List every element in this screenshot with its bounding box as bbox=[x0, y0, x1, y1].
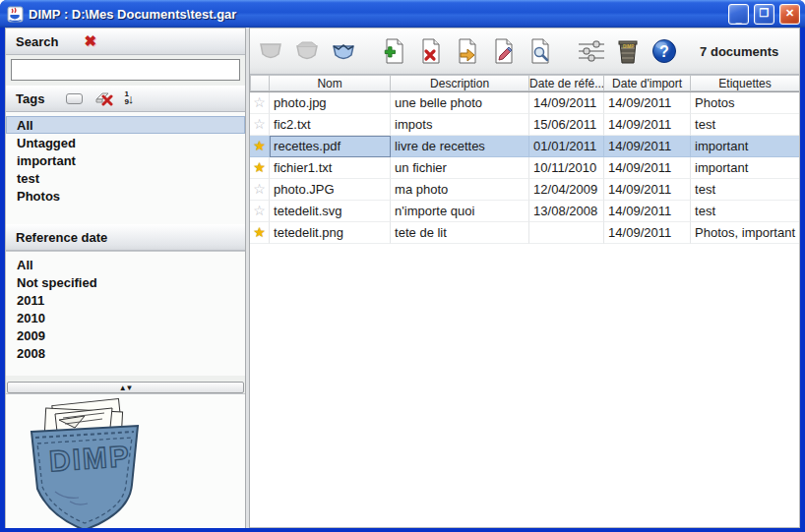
java-coffee-icon bbox=[7, 6, 24, 23]
toolbar: DIMP ? 7 documents bbox=[250, 29, 799, 75]
refdate-item-2009[interactable]: 2009 bbox=[6, 326, 245, 344]
clear-search-icon[interactable]: ✖ bbox=[84, 32, 96, 50]
tags-label: Tags bbox=[16, 91, 44, 106]
cell-date-import: 14/09/2011 bbox=[604, 157, 691, 179]
cell-date-import: 14/09/2011 bbox=[604, 222, 691, 244]
cell-name: recettes.pdf bbox=[270, 136, 391, 157]
cell-name: photo.JPG bbox=[270, 179, 391, 201]
documents-table: Nom Description Date de réfé... Date d'i… bbox=[250, 75, 799, 527]
cell-date-import: 14/09/2011 bbox=[604, 92, 691, 114]
reference-date-list: All Not specified 2011 2010 2009 2008 bbox=[6, 251, 245, 376]
cell-date-import: 14/09/2011 bbox=[604, 201, 691, 222]
cell-date-import: 14/09/2011 bbox=[604, 136, 691, 157]
svg-text:DIMP: DIMP bbox=[48, 440, 132, 478]
star-icon[interactable]: ☆ bbox=[250, 179, 270, 201]
clear-tags-eraser-icon[interactable] bbox=[94, 90, 114, 106]
splitter-arrows-icon: ▲▼ bbox=[119, 384, 133, 392]
cell-name: fichier1.txt bbox=[270, 157, 391, 179]
star-icon[interactable]: ★ bbox=[250, 222, 270, 244]
cell-description: une belle photo bbox=[391, 92, 529, 114]
star-icon[interactable]: ☆ bbox=[250, 114, 270, 136]
cell-tags: test bbox=[691, 179, 799, 201]
edit-document-icon[interactable] bbox=[489, 35, 519, 67]
search-input[interactable] bbox=[11, 59, 240, 81]
export-document-icon[interactable] bbox=[453, 35, 482, 67]
cell-name: photo.jpg bbox=[270, 92, 391, 114]
star-icon[interactable]: ☆ bbox=[250, 201, 270, 222]
search-label: Search bbox=[16, 34, 58, 49]
delete-document-icon[interactable] bbox=[416, 35, 446, 67]
cell-name: fic2.txt bbox=[270, 114, 391, 136]
star-icon[interactable]: ☆ bbox=[250, 92, 270, 114]
search-section-header: Search ✖ bbox=[6, 29, 245, 55]
refdate-item-2008[interactable]: 2008 bbox=[6, 344, 245, 362]
star-icon[interactable]: ★ bbox=[250, 157, 270, 179]
tag-item-test[interactable]: test bbox=[6, 169, 245, 187]
tags-section-header: Tags 1 9 ↓ bbox=[6, 86, 245, 112]
cell-tags: important bbox=[691, 157, 799, 179]
sidebar-splitter-handle[interactable]: ▲▼ bbox=[7, 382, 244, 393]
sort-numeric-icon[interactable]: 1 9 ↓ bbox=[124, 90, 134, 106]
tag-item-important[interactable]: important bbox=[6, 151, 245, 169]
cell-description: un fichier bbox=[391, 157, 529, 179]
column-header-star[interactable] bbox=[250, 75, 270, 91]
cell-description: n'importe quoi bbox=[391, 201, 529, 222]
tag-item-photos[interactable]: Photos bbox=[6, 187, 245, 205]
maximize-button[interactable]: ❒ bbox=[754, 4, 774, 25]
table-empty-area bbox=[250, 244, 799, 527]
cell-date-reference: 14/09/2011 bbox=[529, 92, 604, 114]
column-header-etiquettes[interactable]: Etiquettes bbox=[691, 75, 799, 91]
table-row[interactable]: ☆ fic2.txt impots 15/06/2011 14/09/2011 … bbox=[250, 114, 799, 136]
refdate-item-not-specified[interactable]: Not specified bbox=[6, 273, 245, 291]
cell-date-reference: 01/01/2011 bbox=[529, 136, 604, 157]
add-document-icon[interactable] bbox=[380, 35, 409, 67]
tag-toggle-button[interactable] bbox=[66, 93, 83, 104]
table-header: Nom Description Date de réfé... Date d'i… bbox=[250, 75, 799, 92]
close-button[interactable]: ✕ bbox=[779, 4, 800, 25]
cell-date-reference: 13/08/2008 bbox=[529, 201, 604, 222]
cell-tags: Photos, important bbox=[691, 222, 799, 244]
window-title: DIMP : D:\Mes Documents\test.gar bbox=[29, 7, 723, 22]
cell-date-reference: 10/11/2010 bbox=[529, 157, 604, 179]
column-header-description[interactable]: Description bbox=[391, 75, 529, 91]
minimize-button[interactable]: _ bbox=[728, 4, 749, 25]
window-content: Search ✖ Tags 1 bbox=[5, 28, 800, 528]
trash-basket-icon[interactable]: DIMP bbox=[613, 35, 643, 67]
cell-date-reference: 12/04/2009 bbox=[529, 179, 604, 201]
help-icon[interactable]: ? bbox=[650, 35, 679, 67]
table-row[interactable]: ☆ photo.jpg une belle photo 14/09/2011 1… bbox=[250, 92, 799, 114]
table-row[interactable]: ★ tetedelit.png tete de lit 14/09/2011 P… bbox=[250, 222, 799, 244]
title-bar[interactable]: DIMP : D:\Mes Documents\test.gar _ ❒ ✕ bbox=[0, 0, 805, 28]
dimp-pocket-logo: DIMP bbox=[16, 398, 158, 528]
view-document-icon[interactable] bbox=[526, 35, 555, 67]
document-count: 7 documents bbox=[700, 44, 778, 59]
column-header-date-reference[interactable]: Date de réfé... bbox=[529, 75, 604, 91]
tags-list: All Untagged important test Photos bbox=[6, 112, 245, 224]
filter-sliders-icon[interactable] bbox=[577, 35, 606, 67]
reference-date-section-header: Reference date bbox=[6, 224, 245, 251]
logo-panel: DIMP bbox=[6, 393, 245, 528]
reference-date-label: Reference date bbox=[16, 230, 107, 245]
column-header-nom[interactable]: Nom bbox=[270, 75, 391, 91]
cell-description: ma photo bbox=[391, 179, 529, 201]
star-icon[interactable]: ★ bbox=[250, 136, 270, 157]
refdate-item-2010[interactable]: 2010 bbox=[6, 309, 245, 326]
svg-text:?: ? bbox=[659, 43, 669, 60]
cell-description: impots bbox=[391, 114, 529, 136]
tag-item-all[interactable]: All bbox=[6, 116, 245, 134]
sidebar: Search ✖ Tags 1 bbox=[5, 28, 245, 528]
tag-item-untagged[interactable]: Untagged bbox=[6, 134, 245, 151]
refdate-item-all[interactable]: All bbox=[6, 256, 245, 273]
new-archive-pocket-icon bbox=[256, 35, 285, 67]
table-row-selected[interactable]: ★ recettes.pdf livre de recettes 01/01/2… bbox=[250, 136, 799, 157]
table-row[interactable]: ☆ photo.JPG ma photo 12/04/2009 14/09/20… bbox=[250, 179, 799, 201]
refdate-item-2011[interactable]: 2011 bbox=[6, 291, 245, 309]
table-row[interactable]: ★ fichier1.txt un fichier 10/11/2010 14/… bbox=[250, 157, 799, 179]
cell-description: livre de recettes bbox=[391, 136, 529, 157]
column-header-date-import[interactable]: Date d'import bbox=[604, 75, 691, 91]
cell-date-reference bbox=[529, 222, 604, 244]
cell-name: tetedelit.png bbox=[270, 222, 391, 244]
close-archive-pocket-icon[interactable] bbox=[329, 35, 358, 67]
table-row[interactable]: ☆ tetedelit.svg n'importe quoi 13/08/200… bbox=[250, 201, 799, 222]
cell-date-reference: 15/06/2011 bbox=[529, 114, 604, 136]
